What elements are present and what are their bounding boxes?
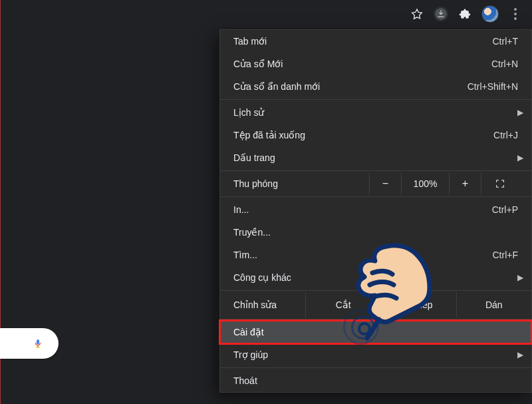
profile-avatar-icon[interactable] — [481, 5, 499, 23]
menu-item-edit-row: Chỉnh sửa Cắt o chép Dán — [220, 292, 531, 317]
menu-item-history[interactable]: Lịch sử ▶ — [220, 101, 531, 124]
chevron-right-icon: ▶ — [517, 273, 523, 282]
download-manager-icon[interactable] — [434, 7, 448, 21]
svg-point-2 — [514, 17, 517, 20]
chrome-context-menu: Tab mới Ctrl+T Cửa sổ Mới Ctrl+N Cửa sổ … — [219, 29, 532, 393]
browser-toolbar-right — [400, 0, 532, 28]
menu-item-zoom: Thu phóng − 100% + — [220, 172, 531, 195]
menu-shortcut: Ctrl+P — [492, 204, 518, 215]
menu-item-find[interactable]: Tìm... Ctrl+F — [220, 244, 531, 266]
svg-point-1 — [514, 13, 517, 15]
menu-shortcut: Ctrl+Shift+N — [467, 81, 518, 92]
menu-separator — [220, 319, 531, 319]
menu-label: Thoát — [233, 375, 518, 386]
menu-label: Tìm... — [233, 250, 493, 260]
menu-separator — [220, 367, 531, 368]
menu-label: Tab mới — [233, 36, 493, 47]
fullscreen-icon[interactable] — [481, 172, 518, 195]
menu-separator — [220, 196, 531, 197]
menu-label: Công cụ khác — [233, 272, 518, 283]
zoom-plus-button[interactable]: + — [449, 172, 481, 195]
zoom-controls: − 100% + — [369, 172, 518, 195]
menu-item-exit[interactable]: Thoát — [220, 369, 531, 392]
menu-label: In... — [233, 204, 492, 215]
chevron-right-icon: ▶ — [517, 350, 523, 359]
search-pill[interactable] — [0, 328, 59, 359]
menu-item-bookmarks[interactable]: Dấu trang ▶ — [220, 146, 531, 169]
menu-label: Cửa sổ ẩn danh mới — [233, 81, 467, 92]
chevron-right-icon: ▶ — [517, 108, 523, 117]
app-root: Tab mới Ctrl+T Cửa sổ Mới Ctrl+N Cửa sổ … — [0, 0, 532, 404]
svg-point-0 — [514, 8, 517, 11]
menu-separator — [220, 99, 531, 100]
more-vertical-icon[interactable] — [508, 7, 523, 21]
menu-item-downloads[interactable]: Tệp đã tải xuống Ctrl+J — [220, 124, 531, 146]
menu-separator — [220, 290, 531, 291]
menu-label: Cửa sổ Mới — [233, 59, 491, 69]
chevron-right-icon: ▶ — [517, 153, 523, 162]
menu-label: Trợ giúp — [233, 349, 518, 360]
menu-separator — [220, 170, 531, 171]
menu-label: Cài đặt — [233, 327, 518, 337]
microphone-icon[interactable] — [32, 337, 44, 349]
edit-copy-button[interactable]: o chép — [380, 292, 456, 317]
bookmark-star-icon[interactable] — [410, 7, 424, 21]
menu-shortcut: Ctrl+T — [493, 36, 519, 47]
menu-label: Thu phóng — [233, 178, 369, 189]
edit-paste-button[interactable]: Dán — [456, 292, 531, 317]
menu-item-incognito[interactable]: Cửa sổ ẩn danh mới Ctrl+Shift+N — [220, 75, 531, 98]
zoom-minus-button[interactable]: − — [369, 172, 401, 195]
menu-item-settings[interactable]: Cài đặt — [220, 321, 531, 343]
menu-label: Truyền... — [233, 227, 518, 238]
menu-item-cast[interactable]: Truyền... — [220, 221, 531, 244]
menu-item-help[interactable]: Trợ giúp ▶ — [220, 343, 531, 366]
menu-label: Dấu trang — [233, 152, 518, 163]
menu-item-new-window[interactable]: Cửa sổ Mới Ctrl+N — [220, 53, 531, 75]
menu-item-print[interactable]: In... Ctrl+P — [220, 198, 531, 221]
extensions-puzzle-icon[interactable] — [458, 7, 472, 21]
edit-cut-button[interactable]: Cắt — [305, 292, 380, 317]
zoom-value: 100% — [401, 172, 449, 195]
menu-label: Tệp đã tải xuống — [233, 130, 493, 140]
menu-shortcut: Ctrl+J — [493, 130, 518, 140]
menu-item-more-tools[interactable]: Công cụ khác ▶ — [220, 266, 531, 289]
menu-item-new-tab[interactable]: Tab mới Ctrl+T — [220, 30, 531, 53]
menu-shortcut: Ctrl+N — [491, 59, 518, 69]
menu-shortcut: Ctrl+F — [493, 250, 519, 260]
menu-label: Lịch sử — [233, 107, 518, 118]
menu-label: Chỉnh sửa — [220, 300, 305, 310]
